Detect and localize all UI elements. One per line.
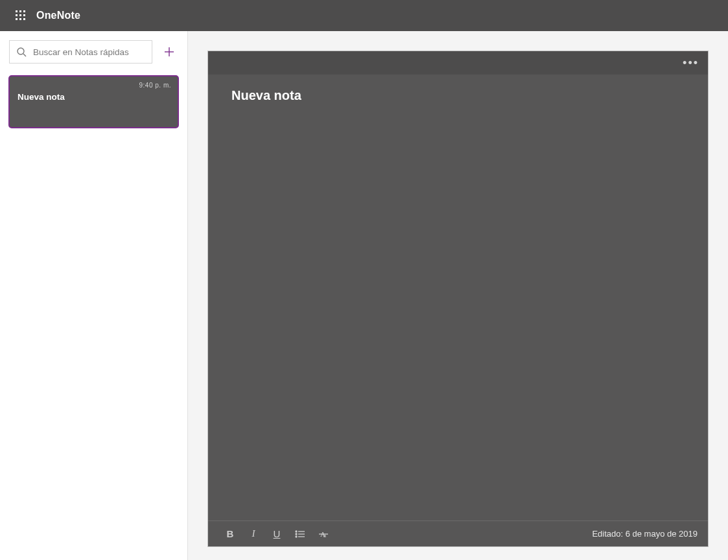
svg-point-17: [296, 536, 297, 537]
waffle-icon: [16, 10, 26, 21]
strikethrough-button[interactable]: A a: [312, 522, 335, 546]
note-frame: ••• B I U A: [207, 51, 709, 547]
left-panel: 9:40 p. m. Nueva nota: [0, 31, 188, 560]
svg-point-9: [18, 48, 24, 54]
bold-button[interactable]: B: [218, 522, 242, 546]
underline-button[interactable]: U: [265, 522, 288, 546]
bullet-list-button[interactable]: [288, 522, 312, 546]
svg-rect-6: [16, 18, 18, 20]
svg-point-13: [296, 531, 297, 532]
svg-text:a: a: [323, 532, 326, 539]
svg-rect-2: [23, 10, 25, 12]
app-header: OneNote: [0, 0, 728, 31]
svg-line-10: [23, 54, 26, 56]
italic-button[interactable]: I: [242, 522, 265, 546]
app-launcher-button[interactable]: [5, 10, 36, 21]
search-row: [0, 31, 187, 71]
svg-rect-1: [19, 10, 21, 12]
more-dots-icon: •••: [683, 56, 699, 69]
workspace: 9:40 p. m. Nueva nota ••• B I U: [0, 31, 728, 560]
note-title-input[interactable]: [230, 88, 686, 104]
app-title: OneNote: [36, 10, 80, 21]
plus-icon: [163, 46, 175, 58]
note-card-title: Nueva nota: [18, 92, 171, 102]
svg-rect-0: [16, 10, 18, 12]
note-card-0[interactable]: 9:40 p. m. Nueva nota: [8, 75, 179, 128]
svg-rect-5: [23, 14, 25, 16]
note-list: 9:40 p. m. Nueva nota: [0, 71, 187, 132]
note-topbar: •••: [208, 51, 708, 75]
main-area: ••• B I U A: [188, 31, 728, 560]
note-body[interactable]: [208, 75, 708, 520]
note-card-time: 9:40 p. m.: [18, 82, 171, 91]
svg-rect-3: [16, 14, 18, 16]
add-note-button[interactable]: [158, 40, 181, 64]
strikethrough-icon: A a: [318, 529, 329, 539]
edited-label: Editado: 6 de mayo de 2019: [592, 529, 698, 539]
svg-rect-4: [19, 14, 21, 16]
note-more-button[interactable]: •••: [680, 55, 701, 71]
svg-rect-7: [19, 18, 21, 20]
note-bottom-toolbar: B I U A a Editado: 6: [208, 520, 708, 546]
svg-point-15: [296, 533, 297, 535]
search-input[interactable]: [32, 47, 145, 58]
search-box[interactable]: [9, 40, 152, 64]
bullet-list-icon: [295, 529, 305, 539]
search-icon: [16, 47, 27, 57]
svg-rect-8: [23, 18, 25, 20]
